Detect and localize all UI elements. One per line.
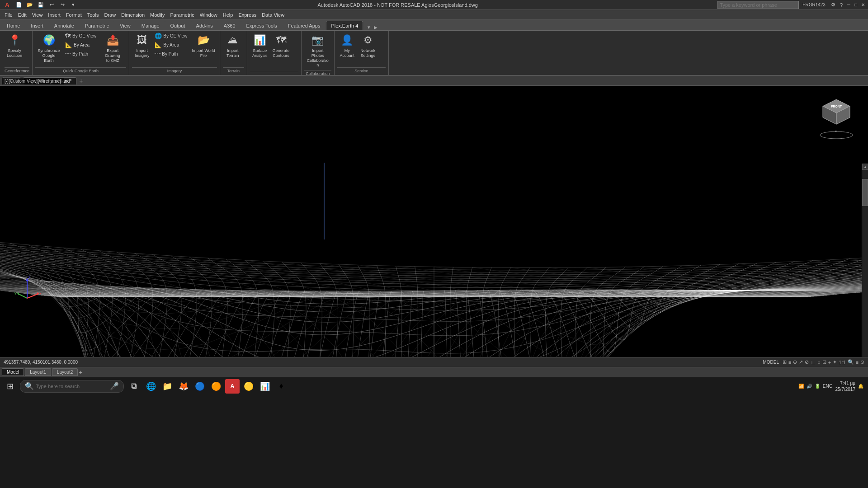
by-ge-view-button-1[interactable]: 🗺 By GE View — [63, 32, 98, 40]
ducs-icon[interactable]: ○ — [817, 360, 821, 365]
by-area-button-1[interactable]: 📐 By Area — [63, 41, 98, 49]
isnap-icon[interactable]: ⊘ — [805, 359, 809, 365]
menu-insert[interactable]: Insert — [45, 11, 63, 19]
start-button[interactable]: Start — [3, 77, 20, 84]
tab-annotate[interactable]: Annotate — [49, 21, 79, 30]
tab-video[interactable]: ▶ — [372, 25, 379, 30]
taskbar-firefox[interactable]: 🦊 — [176, 379, 191, 394]
tab-add-button[interactable]: + — [77, 77, 85, 84]
by-path-button-1[interactable]: 〰 By Path — [63, 50, 98, 58]
tab-addins[interactable]: Add-ins — [191, 21, 218, 30]
zoom-icon[interactable]: 🔍 — [848, 359, 854, 365]
menu-window[interactable]: Window — [197, 11, 220, 19]
drawing-tab[interactable]: AgiosGeorgiosIsland* — [23, 77, 76, 84]
workspace-icon[interactable]: ⊙ — [860, 359, 864, 365]
my-account-button[interactable]: 👤 MyAccount — [337, 32, 357, 60]
scroll-thumb[interactable] — [862, 179, 868, 206]
tab-home[interactable]: Home — [2, 21, 25, 30]
transparency-icon[interactable]: ✦ — [833, 359, 837, 365]
menu-edit[interactable]: Edit — [15, 11, 29, 19]
lang-indicator[interactable]: ENG — [823, 384, 833, 389]
polar-icon[interactable]: ↗ — [799, 359, 803, 365]
system-time[interactable]: 7:41 μμ 25/7/2017 — [835, 380, 856, 392]
ortho-icon[interactable]: ⊕ — [793, 359, 797, 365]
tab-view[interactable]: View — [115, 21, 136, 30]
qat-redo[interactable]: ↪ — [58, 0, 67, 9]
surface-analysis-button[interactable]: 📊 SurfaceAnalysis — [250, 32, 270, 60]
menu-format[interactable]: Format — [63, 11, 85, 19]
menu-express[interactable]: Express — [236, 11, 259, 19]
by-ge-view-button-2[interactable]: 🌐 By GE View — [153, 32, 189, 40]
menu-modify[interactable]: Modify — [147, 11, 167, 19]
qat-open[interactable]: 📂 — [25, 0, 34, 9]
restore-button[interactable]: □ — [853, 2, 859, 8]
menu-tools[interactable]: Tools — [85, 11, 102, 19]
taskbar-search[interactable]: 🔍 🎤 — [20, 380, 124, 393]
layout-model[interactable]: Model — [2, 368, 24, 376]
menu-file[interactable]: File — [2, 11, 15, 19]
lw-icon[interactable]: + — [828, 360, 831, 365]
menu-dataview[interactable]: Data View — [259, 11, 287, 19]
tab-plexearth[interactable]: Plex.Earth 4 — [326, 21, 363, 30]
taskbar-app4[interactable]: ♦ — [274, 379, 288, 394]
otrack-icon[interactable]: ∟ — [811, 360, 816, 365]
synchronize-google-earth-button[interactable]: 🌍 SynchronizeGoogle Earth — [35, 32, 62, 64]
task-view-button[interactable]: ⧉ — [126, 378, 142, 394]
volume-tray-icon[interactable]: 🔊 — [807, 384, 812, 389]
import-imagery-button[interactable]: 🖼 ImportImagery — [132, 32, 152, 60]
start-menu-button[interactable]: ⊞ — [2, 378, 18, 394]
terrain-viewport[interactable] — [0, 86, 868, 357]
import-photos-button[interactable]: 📷 Import PhotosCollaboration — [304, 32, 331, 69]
battery-tray-icon[interactable]: 🔋 — [815, 384, 820, 389]
tab-parametric[interactable]: Parametric — [80, 21, 114, 30]
snap-icon[interactable]: ≡ — [788, 360, 791, 365]
by-area-button-2[interactable]: 📐 By Area — [153, 41, 189, 49]
layout-2[interactable]: Layout2 — [52, 368, 78, 376]
scrollbar-right[interactable]: ▲ ▼ — [862, 164, 868, 357]
taskbar-app3[interactable]: 📊 — [258, 379, 272, 394]
help-icon[interactable]: ? — [838, 2, 844, 8]
scroll-track[interactable] — [862, 170, 868, 357]
qat-dropdown[interactable]: ▾ — [69, 0, 78, 9]
taskbar-app1[interactable]: 🟠 — [209, 379, 223, 394]
qat-save[interactable]: 💾 — [36, 0, 45, 9]
generate-contours-button[interactable]: 🗺 GenerateContours — [271, 32, 292, 60]
tab-a360[interactable]: A360 — [219, 21, 241, 30]
specify-location-button[interactable]: 📍 SpecifyLocation — [5, 32, 24, 60]
viewport[interactable]: FRONT N ▲ ▼ Z X Y — [0, 86, 868, 357]
search-input[interactable] — [717, 1, 799, 9]
by-path-button-2[interactable]: 〰 By Path — [153, 50, 189, 58]
close-button[interactable]: ✕ — [860, 2, 866, 8]
menu-draw[interactable]: Draw — [101, 11, 118, 19]
annotate-icon[interactable]: ≡ — [856, 360, 859, 365]
settings-icon[interactable]: ⚙ — [829, 2, 837, 8]
layout-add-button[interactable]: + — [79, 369, 82, 376]
grid-icon[interactable]: ⊞ — [783, 359, 787, 365]
tab-output[interactable]: Output — [165, 21, 190, 30]
taskbar-search-input[interactable] — [36, 384, 108, 389]
qat-new[interactable]: 📄 — [14, 0, 24, 9]
scale-icon[interactable]: 1:1 — [839, 360, 845, 365]
tab-insert[interactable]: Insert — [26, 21, 48, 30]
taskbar-ie[interactable]: 🔵 — [193, 379, 207, 394]
microphone-icon[interactable]: 🎤 — [110, 382, 119, 390]
menu-dimension[interactable]: Dimension — [118, 11, 147, 19]
menu-view[interactable]: View — [29, 11, 46, 19]
qat-undo[interactable]: ↩ — [47, 0, 56, 9]
dyn-icon[interactable]: ⊡ — [822, 359, 826, 365]
tab-expresstools[interactable]: Express Tools — [241, 21, 282, 30]
import-world-file-button[interactable]: 📂 Import WorldFile — [190, 32, 217, 60]
viewcube[interactable]: FRONT N — [818, 95, 854, 131]
notification-icon[interactable]: 🔔 — [858, 384, 863, 389]
tab-featuredapps[interactable]: Featured Apps — [283, 21, 326, 30]
layout-1[interactable]: Layout1 — [25, 368, 51, 376]
taskbar-edge[interactable]: 🌐 — [144, 379, 158, 394]
network-settings-button[interactable]: ⚙ NetworkSettings — [358, 32, 378, 60]
minimize-button[interactable]: ─ — [845, 2, 852, 8]
scroll-up-button[interactable]: ▲ — [862, 164, 868, 170]
export-drawing-kmz-button[interactable]: 📤 Export Drawingto KMZ — [99, 32, 126, 64]
tab-manage[interactable]: Manage — [137, 21, 165, 30]
app-icon[interactable]: A — [2, 0, 13, 9]
menu-help[interactable]: Help — [220, 11, 236, 19]
import-terrain-button[interactable]: ⛰ ImportTerrain — [223, 32, 243, 60]
